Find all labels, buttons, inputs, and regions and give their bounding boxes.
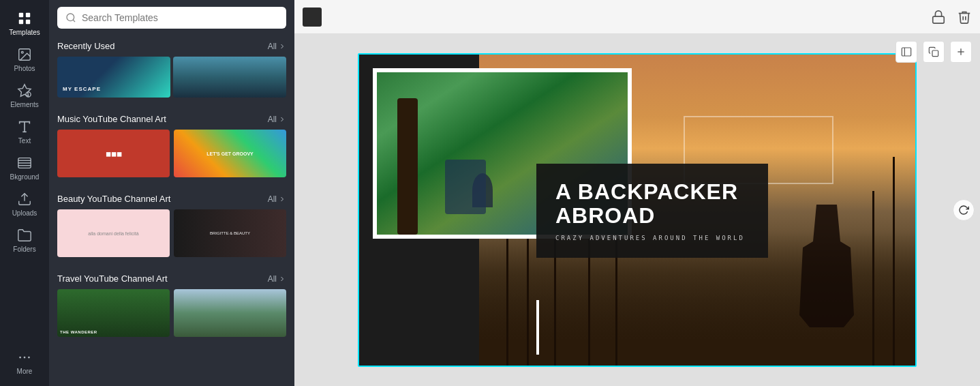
plus-icon [955, 46, 966, 57]
svg-rect-17 [933, 16, 945, 23]
svg-rect-2 [19, 20, 23, 24]
section-title-beauty: Beauty YouTube Channel Art [57, 194, 170, 204]
duplicate-page-button[interactable] [923, 41, 945, 63]
template-thumb-beauty-pink[interactable]: alla domani della felicità [57, 209, 170, 257]
svg-point-15 [67, 14, 74, 21]
template-thumb-escape[interactable] [57, 57, 170, 98]
beauty-template-grid: alla domani della felicità [57, 209, 286, 257]
search-input-wrapper[interactable] [57, 7, 286, 29]
section-beauty-yt: Beauty YouTube Channel Art All alla doma… [57, 188, 286, 257]
svg-rect-3 [26, 20, 30, 24]
template-thumb-cassette-red[interactable] [57, 130, 170, 177]
folder-icon [17, 228, 32, 243]
tree-6 [893, 157, 895, 367]
delete-button[interactable] [957, 10, 972, 25]
canvas-main: A BACKPACKER ABROAD CRAZY ADVENTURES ARO… [294, 34, 980, 386]
chevron-right-icon [278, 275, 286, 283]
sidebar-item-label: Text [18, 137, 31, 145]
section-all-recently-used[interactable]: All [268, 42, 286, 51]
sidebar-item-label: Uploads [12, 209, 37, 217]
section-header-music: Music YouTube Channel Art All [57, 108, 286, 124]
upload-icon [17, 192, 32, 207]
text-icon [17, 119, 32, 134]
page-thumb-icon [901, 46, 912, 57]
svg-rect-1 [26, 13, 30, 17]
recently-used-grid [57, 57, 286, 98]
travel-template-grid [57, 289, 286, 337]
section-header-travel: Travel YouTube Channel Art All [57, 268, 286, 284]
section-all-travel[interactable]: All [268, 274, 286, 284]
section-title-music: Music YouTube Channel Art [57, 114, 166, 124]
canvas-secondary-toolbar [895, 41, 972, 63]
sidebar-item-label: Templates [9, 29, 40, 36]
overlay-subtitle: CRAZY ADVENTURES AROUND THE WORLD [555, 235, 749, 241]
template-thumb-mountain[interactable] [173, 57, 286, 98]
sidebar-item-label: Bkground [10, 173, 40, 181]
chevron-right-icon [278, 115, 286, 123]
svg-rect-18 [902, 48, 910, 56]
image-icon [17, 47, 32, 62]
grid-icon [17, 11, 32, 26]
section-title: Recently Used [57, 41, 115, 51]
chevron-right-icon [278, 42, 286, 50]
chevron-right-icon [278, 195, 286, 203]
templates-scroll[interactable]: Recently Used All [49, 35, 294, 386]
search-input[interactable] [82, 12, 278, 23]
template-thumb-travel-green[interactable] [57, 289, 170, 337]
section-header-beauty: Beauty YouTube Channel Art All [57, 188, 286, 204]
person-sitting [472, 173, 493, 207]
more-icon [17, 350, 32, 365]
sidebar-item-templates[interactable]: Templates [0, 5, 49, 42]
sidebar-item-label: Elements [10, 101, 39, 108]
trash-icon [957, 10, 972, 25]
section-travel-yt: Travel YouTube Channel Art All [57, 268, 286, 337]
sidebar-item-label: Photos [14, 65, 35, 72]
icon-sidebar: Templates Photos Elements Text Bkgro [0, 0, 49, 386]
section-recently-used: Recently Used All [57, 35, 286, 98]
section-all-beauty[interactable]: All [268, 194, 286, 204]
template-thumb-cassette-colorful[interactable]: LET'S GET GROOVY [174, 130, 286, 177]
svg-point-5 [21, 51, 23, 53]
rotate-button[interactable] [953, 199, 975, 221]
design-canvas[interactable]: A BACKPACKER ABROAD CRAZY ADVENTURES ARO… [358, 53, 917, 367]
add-page-button[interactable] [950, 41, 972, 63]
sidebar-item-elements[interactable]: Elements [0, 78, 49, 114]
duplicate-icon [928, 46, 939, 57]
refresh-icon [958, 205, 969, 216]
backpacker-figure [793, 205, 861, 327]
sidebar-item-more[interactable]: More [0, 344, 49, 381]
background-icon [17, 155, 32, 170]
section-all-music[interactable]: All [268, 115, 286, 124]
sidebar-item-folders[interactable]: Folders [0, 222, 49, 258]
canvas-toolbar [294, 0, 980, 34]
tree-7 [872, 191, 874, 367]
color-picker-box[interactable] [303, 8, 322, 27]
sidebar-item-photos[interactable]: Photos [0, 42, 49, 78]
page-thumbnail-button[interactable] [895, 41, 917, 63]
svg-line-16 [73, 20, 75, 22]
toolbar-left [303, 8, 322, 27]
section-music-yt: Music YouTube Channel Art All LET'S GET … [57, 108, 286, 177]
template-thumb-travel-mountain[interactable] [174, 289, 286, 337]
search-bar [49, 0, 294, 35]
svg-point-12 [19, 357, 21, 359]
text-overlay: A BACKPACKER ABROAD CRAZY ADVENTURES ARO… [536, 164, 768, 258]
toolbar-right [931, 10, 972, 25]
templates-panel: Recently Used All [49, 0, 294, 386]
svg-rect-20 [932, 50, 938, 57]
sidebar-item-label: Folders [13, 246, 35, 253]
vertical-line [536, 300, 539, 355]
template-thumb-beauty-dark[interactable] [174, 209, 286, 257]
canvas-area: A BACKPACKER ABROAD CRAZY ADVENTURES ARO… [294, 0, 980, 386]
section-title-travel: Travel YouTube Channel Art [57, 273, 168, 284]
svg-point-13 [24, 357, 26, 359]
sidebar-item-label: More [17, 368, 33, 375]
sidebar-item-uploads[interactable]: Uploads [0, 186, 49, 222]
sidebar-item-text[interactable]: Text [0, 114, 49, 150]
section-header: Recently Used All [57, 35, 286, 51]
sidebar-item-background[interactable]: Bkground [0, 150, 49, 186]
lock-button[interactable] [931, 10, 946, 25]
music-template-grid: LET'S GET GROOVY [57, 130, 286, 177]
svg-point-14 [28, 357, 30, 359]
svg-rect-0 [19, 13, 23, 17]
